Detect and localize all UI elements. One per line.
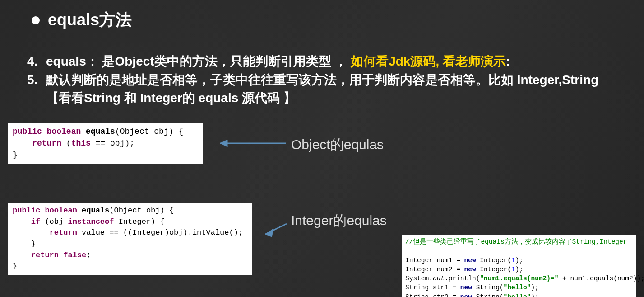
point-4: 4. equals： 是Object类中的方法，只能判断引用类型 ， 如何看Jd… [27,52,626,71]
l1new: new [464,257,476,264]
l5b: str2 [433,293,449,297]
l2a: Integer [405,266,437,273]
arrow-object-icon [211,137,288,150]
l5d: String( [472,293,504,297]
l3a: System. [405,275,433,282]
l4d: String( [472,284,504,291]
l3out: out [433,275,445,282]
code-sample-usage: //但是一些类已经重写了equals方法，变成比较内容了String,Integ… [402,235,636,297]
brace-close-inner: } [13,240,36,248]
point-5-text: 默认判断的是地址是否相等，子类中往往重写该方法，用于判断内容是否相等。比如 In… [46,71,626,108]
l4new: new [460,284,472,291]
point-5-number: 5. [27,71,46,108]
l4c: = [449,284,460,291]
kw-return: return [32,139,61,148]
l2c: = [452,266,464,273]
ret1-rest: value == ((Integer)obj).intValue(); [77,228,243,237]
bullet-points: 4. equals： 是Object类中的方法，只能判断引用类型 ， 如何看Jd… [27,52,626,108]
l4b: str1 [433,284,449,291]
brace-close: } [13,151,18,160]
svg-marker-1 [220,140,227,147]
kw-return: return [31,251,59,259]
l2new: new [464,266,476,273]
l4e: ); [531,284,539,291]
label-object-equals: Object的equlas [291,136,384,154]
l4str: "hello" [504,284,531,291]
sig-rest: (Object obj) { [115,127,183,136]
arrow-integer-icon [257,222,289,240]
slide-title: equals方法 [48,9,132,31]
if-open: (obj [40,217,68,226]
kw-boolean: boolean [45,206,77,215]
kw-public: public [13,127,42,136]
l4a: String [405,284,433,291]
kw-boolean: boolean [47,127,81,136]
kw-if: if [31,217,40,226]
l1n: 1 [511,257,515,264]
label-integer-equals: Integer的equlas [291,212,387,230]
slide-header: equals方法 [32,9,132,31]
point-4-text: equals： 是Object类中的方法，只能判断引用类型 ， 如何看Jdk源码… [46,52,626,71]
l2b: num2 [437,266,453,273]
l1a: Integer [405,257,437,264]
l3b: .println( [445,275,480,282]
kw-false: false [63,251,86,259]
l2n: 1 [511,266,515,273]
brace-close: } [13,262,17,270]
l5e: ); [531,293,539,297]
point-5: 5. 默认判断的是地址是否相等，子类中往往重写该方法，用于判断内容是否相等。比如… [27,71,626,108]
l3c: + num1.equals(num2)); [558,275,644,282]
fn-name: equals [82,206,109,215]
kw-this: this [71,139,91,148]
l5str: "hello" [504,293,531,297]
l2d: Integer( [476,266,511,273]
l3str: "num1.equals(num2)=" [480,275,558,282]
svg-marker-3 [265,229,273,237]
kw-public: public [13,206,40,215]
comment-line: //但是一些类已经重写了equals方法，变成比较内容了String,Integ… [405,238,627,245]
code-object-equals: public boolean equals(Object obj) { retu… [8,123,203,164]
kw-return: return [50,228,77,237]
l1c: = [452,257,464,264]
point-4-number: 4. [27,52,46,71]
point-4-highlight: 如何看Jdk源码, 看老师演示 [351,54,506,68]
l5c: = [449,293,460,297]
l2e: ); [515,266,523,273]
point-4-text-after: : [506,54,510,68]
sig-rest: (Object obj) { [109,206,174,215]
code-integer-equals: public boolean equals(Object obj) { if (… [8,203,252,275]
bullet-icon [32,16,40,24]
if-rest: Integer) { [114,217,164,226]
l5a: String [405,293,433,297]
l5new: new [460,293,472,297]
fn-name: equals [86,127,115,136]
l1e: ); [515,257,523,264]
l1d: Integer( [476,257,511,264]
l1b: num1 [437,257,453,264]
kw-instanceof: instanceof [68,217,114,226]
point-4-text-before: equals： 是Object类中的方法，只能判断引用类型 ， [46,54,351,68]
ret-rest: == obj); [91,139,134,148]
semi: ; [86,251,91,259]
